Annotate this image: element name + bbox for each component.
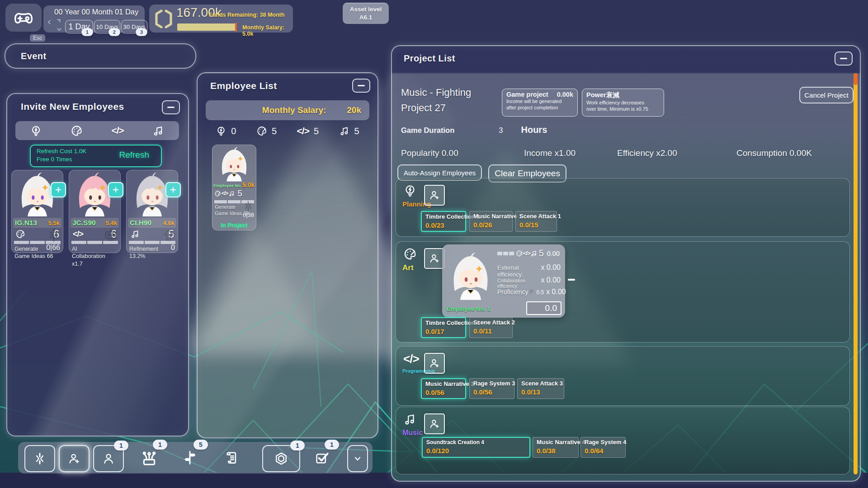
employee-status: In Project — [212, 222, 256, 229]
project-list-panel: Project List Music - Fighting Project 27… — [391, 45, 861, 482]
add-employee-music-button[interactable] — [424, 413, 445, 434]
cancel-project-button[interactable]: Cancel Project — [799, 87, 854, 103]
task-chip[interactable]: Scene Attack 30.0/13 — [517, 378, 564, 399]
planning-bulb-icon — [403, 184, 417, 197]
duration-value[interactable]: 3 — [499, 126, 503, 135]
employees-button[interactable]: 1 — [93, 445, 124, 472]
checkbox-icon — [314, 450, 330, 465]
milestones-button[interactable]: 5 — [177, 445, 203, 470]
refresh-free-label: Free 0 Times — [37, 155, 86, 164]
notification-badge: 1 — [153, 440, 167, 450]
tech-tree-icon — [140, 449, 158, 467]
duration-unit: Hours — [521, 125, 547, 135]
game-project-infobox: Game project0.00k Income will be generat… — [502, 89, 578, 117]
chevron-left-icon[interactable] — [45, 18, 53, 26]
music-note-icon — [530, 250, 538, 257]
chevron-up-icon[interactable] — [53, 14, 65, 26]
hire-candidate-button[interactable] — [51, 182, 66, 197]
task-progress: 0.0/56 — [425, 389, 462, 396]
employee-counter: 0|38 — [243, 211, 254, 218]
employee-avatar — [446, 247, 495, 305]
projects-button[interactable]: 1 — [262, 445, 300, 472]
currency-hexagon-icon — [153, 8, 175, 30]
records-button[interactable] — [221, 445, 242, 470]
task-chip[interactable]: Timbre Collection 10.0/23 — [421, 211, 466, 232]
proficiency-pre-value: 0.5 — [536, 289, 544, 296]
task-chip[interactable]: Soundtrack Creation 40.0/120 — [422, 437, 530, 458]
project-scrollbar[interactable] — [854, 73, 858, 474]
auto-assign-label: Auto-Assign Employees — [404, 169, 476, 177]
funds-bar-marker — [235, 23, 237, 32]
advance-30-days-button[interactable]: 30 Days 3 — [121, 20, 147, 33]
employee-card[interactable]: Employee No. 1 5.0k </> 5 GenerateGame I… — [212, 145, 256, 230]
event-panel: Event — [5, 43, 196, 69]
task-chip[interactable]: Music Narrative 40.0/38 — [533, 437, 579, 458]
candidate-card[interactable]: IG.N135.5k 6 GenerateGame Ideas 66 0|66 — [11, 170, 63, 253]
advance-10-days-button[interactable]: 10 Days 2 — [94, 20, 120, 33]
chevron-down-icon[interactable] — [55, 25, 63, 33]
minimize-invite-panel-button[interactable] — [162, 100, 180, 114]
power-decay-infobox: Power衰減 Work efficiency decreases over t… — [582, 89, 664, 117]
hire-candidate-button[interactable] — [165, 182, 181, 197]
assigned-skill-value: 5 — [539, 248, 544, 258]
planning-bulb-icon[interactable] — [30, 125, 42, 137]
task-chip[interactable]: Music Narrative 10.0/26 — [469, 211, 513, 232]
task-progress: 0.0/38 — [537, 447, 575, 455]
add-employee-programming-button[interactable] — [424, 353, 445, 374]
art-palette-icon — [214, 190, 221, 197]
infobox-line: after project completion — [506, 104, 573, 111]
task-chip[interactable]: Scene Attack 20.0/11 — [469, 317, 513, 338]
music-section: Music Soundtrack Creation 40.0/120 Music… — [396, 407, 850, 474]
advance-1-day-button[interactable]: 1 Day 1 — [65, 20, 93, 33]
person-icon — [102, 452, 115, 465]
art-section: Art Employee No. 1 </> 5 0.00 External e… — [396, 241, 850, 343]
events-button[interactable] — [24, 445, 55, 472]
funds-panel: 167.00k Funds Remaining: 38 Month Monthl… — [149, 5, 293, 33]
research-button[interactable]: 1 — [137, 445, 162, 470]
music-note-icon[interactable] — [152, 125, 165, 137]
task-chip[interactable]: Music Narrative 30.0/56 — [421, 378, 466, 399]
project-panel-title: Project List — [404, 53, 455, 64]
task-chip[interactable]: Rage System 30.0/56 — [469, 378, 514, 399]
task-progress: 0.0/120 — [426, 447, 526, 455]
hire-candidate-button[interactable] — [108, 182, 123, 197]
stat-popularity: Popularity 0.00 — [401, 148, 458, 158]
game-screen: Esc 00 Year 00 Month 01 Day 1 Day 1 10 D… — [0, 0, 868, 488]
collapse-toolbar-button[interactable] — [347, 445, 368, 472]
person-add-icon — [429, 189, 440, 201]
programming-code-icon: </> — [403, 352, 419, 366]
minimize-project-panel-button[interactable] — [835, 52, 853, 66]
employee-avatar — [213, 146, 255, 182]
task-chip[interactable]: Scene Attack 10.0/15 — [515, 211, 557, 232]
task-name: Timbre Collection 2 — [425, 319, 462, 326]
person-add-icon — [429, 253, 440, 264]
add-employee-planning-button[interactable] — [424, 185, 445, 206]
candidate-salary: 5.5k — [48, 220, 60, 226]
salary-value: 20k — [347, 105, 361, 115]
candidate-card[interactable]: CI.H904.6k 5 Refinement13.2% 0 — [126, 170, 178, 253]
task-progress: 0.0/11 — [473, 327, 509, 335]
task-name: Timbre Collection 1 — [425, 213, 462, 220]
recruit-button[interactable] — [59, 445, 90, 472]
proficiency-value: x 0.00 — [546, 288, 566, 296]
refresh-candidates-button[interactable]: Refresh Cost 1.0K Free 0 Times Refresh — [30, 145, 162, 167]
esc-hint: Esc — [30, 34, 45, 42]
tasks-button[interactable]: 1 — [310, 445, 334, 470]
infobox-line: Income will be generated — [506, 98, 573, 104]
minimize-employee-panel-button[interactable] — [352, 79, 370, 93]
programming-code-icon[interactable]: </> — [112, 125, 124, 136]
slider-dash-icon — [568, 279, 575, 281]
menu-button[interactable] — [5, 4, 42, 32]
infobox-line: over time, Minimum is x0.75 — [586, 106, 660, 112]
task-chip[interactable]: Rage System 40.0/64 — [580, 437, 626, 458]
candidate-card[interactable]: JC.S905.4k </>6 AICollaborationx1.7 — [69, 170, 121, 253]
art-palette-icon — [403, 247, 417, 261]
assigned-employee-card[interactable]: Employee No. 1 </> 5 0.00 External effic… — [442, 244, 565, 318]
asset-level-label: Asset level — [350, 5, 382, 14]
total-value: 5 — [272, 126, 277, 136]
candidate-name: JC.S90 — [72, 219, 96, 227]
contribution-value: 0.0 — [545, 303, 557, 313]
art-palette-icon[interactable] — [71, 125, 83, 137]
minus-icon — [840, 58, 847, 59]
task-chip[interactable]: Timbre Collection 20.0/17 — [421, 317, 466, 338]
